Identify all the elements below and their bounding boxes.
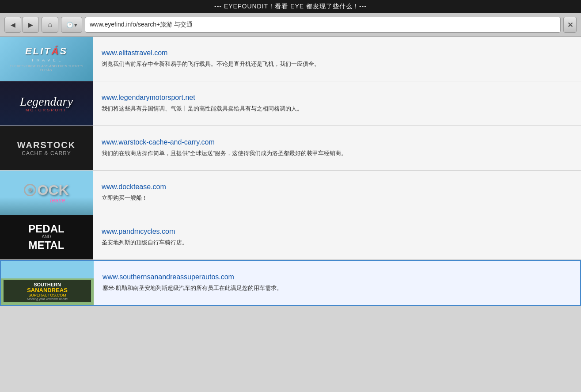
result-desc-legendary: 我们将这些具有异国情调、气派十足的高性能载具卖给具有与之相同格调的人。 — [102, 104, 572, 113]
pedal-logo-and: AND — [28, 234, 64, 239]
result-desc-warstock: 我们的在线商店操作简单，且提供"全球运送"服务，这使得我们成为洛圣都最好的装甲车… — [102, 149, 572, 158]
result-info-pandmcycles: www.pandmcycles.com 圣安地列斯的顶级自行车骑行店。 — [93, 215, 581, 259]
history-button[interactable]: 🕐 ▾ — [61, 17, 82, 33]
result-item-southernsuperautos: SOUTHERN SANANDREAS SUPERAUTOS.COM Meeti… — [0, 260, 581, 306]
top-bar-text: --- EYEFOUNDIT！看看 EYE 都发现了些什么！--- — [214, 3, 367, 10]
top-bar: --- EYEFOUNDIT！看看 EYE 都发现了些什么！--- — [0, 0, 581, 13]
result-info-docktease: www.docktease.com 立即购买一艘船！ — [93, 171, 581, 215]
result-thumb-warstock: WARSTOCK CACHE & CARRY — [0, 126, 93, 170]
result-desc-docktease: 立即购买一艘船！ — [102, 194, 572, 202]
result-item-legendary: Legendary MOTORSPORT www.legendarymotors… — [0, 81, 581, 126]
result-thumb-legendary: Legendary MOTORSPORT — [0, 81, 93, 126]
result-item-docktease: ⊕ OCK tease www.docktease.com 立即购买一艘船！ — [0, 171, 581, 215]
warstock-logo-line2: CACHE & CARRY — [17, 150, 76, 156]
result-url-legendary[interactable]: www.legendarymotorsport.net — [102, 94, 572, 102]
result-url-southernsuperautos[interactable]: www.southernsanandreassuperautos.com — [103, 273, 571, 281]
result-url-docktease[interactable]: www.docktease.com — [102, 183, 572, 191]
close-button[interactable]: ✕ — [563, 17, 577, 33]
result-info-elitas: www.elitastravel.com 浏览我们当前库存中全新和易手的飞行载具… — [93, 37, 581, 81]
back-button[interactable]: ◀ — [4, 17, 21, 33]
southern-logo-tagline: Meeting your vehicular needs — [6, 297, 88, 301]
address-bar[interactable] — [85, 17, 561, 33]
history-dropdown-icon: ▾ — [74, 22, 77, 28]
result-thumb-southernsuperautos: SOUTHERN SANANDREAS SUPERAUTOS.COM Meeti… — [1, 261, 94, 305]
result-info-legendary: www.legendarymotorsport.net 我们将这些具有异国情调、… — [93, 81, 581, 126]
southern-logo-line3: SUPERAUTOS.COM — [6, 293, 88, 297]
result-thumb-docktease: ⊕ OCK tease — [0, 171, 93, 215]
browser-chrome: ◀ ▶ ⌂ 🕐 ▾ ✕ — [0, 13, 581, 37]
result-info-warstock: www.warstock-cache-and-carry.com 我们的在线商店… — [93, 126, 581, 170]
result-url-warstock[interactable]: www.warstock-cache-and-carry.com — [102, 138, 572, 146]
result-desc-elitas: 浏览我们当前库存中全新和易手的飞行载具。不论是直升机还是飞机，我们一应俱全。 — [102, 60, 572, 69]
southern-logo-line2: SANANDREAS — [6, 287, 88, 293]
forward-button[interactable]: ▶ — [22, 17, 39, 33]
pedal-logo-line2: METAL — [28, 239, 64, 251]
result-item-warstock: WARSTOCK CACHE & CARRY www.warstock-cach… — [0, 126, 581, 171]
home-button[interactable]: ⌂ — [42, 17, 58, 33]
result-desc-southernsuperautos: 塞米·凯勒和南圣安地列斯超级汽车的所有员工在此满足您的用车需求。 — [103, 284, 571, 293]
pedal-logo-line1: PEDAL — [28, 224, 64, 234]
warstock-logo-line1: WARSTOCK — [17, 140, 76, 150]
result-desc-pandmcycles: 圣安地列斯的顶级自行车骑行店。 — [102, 238, 572, 247]
result-url-pandmcycles[interactable]: www.pandmcycles.com — [102, 228, 572, 236]
result-thumb-elitas: ELITÁS T R A V E L THERE'S FIRST CLASS A… — [0, 37, 93, 81]
docktease-circle-icon: ⊕ — [24, 184, 36, 196]
result-item-elitas: ELITÁS T R A V E L THERE'S FIRST CLASS A… — [0, 37, 581, 81]
elitas-logo: ELITÁS — [4, 46, 88, 57]
result-info-southernsuperautos: www.southernsanandreassuperautos.com 塞米·… — [94, 261, 580, 305]
legendary-logo: Legendary — [20, 95, 73, 109]
docktease-logo: ⊕ OCK — [24, 182, 68, 198]
result-url-elitas[interactable]: www.elitastravel.com — [102, 49, 572, 57]
content-area: ELITÁS T R A V E L THERE'S FIRST CLASS A… — [0, 37, 581, 306]
nav-buttons: ◀ ▶ — [4, 17, 39, 33]
result-item-pandmcycles: PEDAL AND METAL www.pandmcycles.com 圣安地列… — [0, 215, 581, 260]
history-icon: 🕐 — [66, 22, 73, 28]
result-thumb-pandmcycles: PEDAL AND METAL — [0, 215, 93, 259]
